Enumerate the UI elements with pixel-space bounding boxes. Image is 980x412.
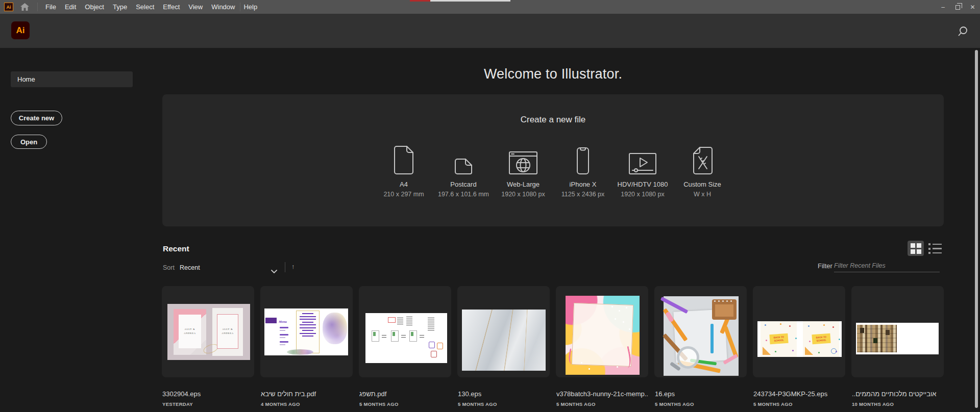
file-age: 5 MONTHS AGO bbox=[753, 401, 793, 407]
menu-bar: File Edit Object Type Select Effect View… bbox=[45, 0, 257, 14]
menu-item-view[interactable]: View bbox=[188, 3, 203, 11]
vertical-scrollbar[interactable] bbox=[975, 50, 978, 408]
preset-dimensions: 210 x 297 mm bbox=[383, 191, 424, 198]
preset-hdv-hdtv-1080[interactable]: HDV/HDTV 1080 1920 x 1080 px bbox=[613, 143, 673, 198]
restore-icon bbox=[955, 5, 960, 10]
preset-row: A4 210 x 297 mm Postcard 197.6 x 101.6 m… bbox=[374, 143, 732, 198]
file-name: 3302904.eps bbox=[162, 390, 254, 398]
file-thumbnail: Menu bbox=[260, 286, 353, 377]
file-age: 10 MONTHS AGO bbox=[852, 401, 894, 407]
restore-button[interactable] bbox=[950, 0, 965, 14]
recent-file-card[interactable]: v378batch3-nunny-21c-memp... 5 MONTHS AG… bbox=[556, 286, 648, 377]
menu-item-edit[interactable]: Edit bbox=[65, 3, 76, 11]
file-name: 16.eps bbox=[655, 390, 747, 398]
sidebar-item-home[interactable]: Home bbox=[11, 71, 133, 87]
create-new-button[interactable]: Create new bbox=[11, 111, 62, 125]
thumbnail-text: ALLY & ANDREA bbox=[217, 314, 238, 349]
create-panel-title: Create a new file bbox=[162, 115, 944, 125]
file-name: 130.eps bbox=[458, 390, 550, 398]
app-ai-badge-icon[interactable]: Ai bbox=[4, 3, 13, 11]
recent-file-card[interactable]: תשפג.pdf 5 MONTHS AGO bbox=[359, 286, 451, 377]
menu-item-help[interactable]: Help bbox=[243, 3, 257, 11]
preset-dimensions: 1125 x 2436 px bbox=[561, 191, 605, 198]
file-name: 243734-P3GMKP-25.eps bbox=[753, 390, 845, 398]
menu-item-select[interactable]: Select bbox=[136, 3, 154, 11]
recent-file-card[interactable]: Menu בית חולים שיבא.pdf 4 MONTHS AGO bbox=[260, 286, 353, 377]
home-icon[interactable] bbox=[19, 3, 30, 11]
list-view-toggle[interactable] bbox=[928, 243, 942, 254]
file-thumbnail bbox=[359, 286, 451, 377]
sort-ascending-icon[interactable]: ↑ bbox=[291, 263, 295, 270]
file-thumbnail bbox=[556, 286, 648, 377]
preset-name: Postcard bbox=[450, 181, 476, 188]
filter-recent-files-input[interactable] bbox=[834, 259, 940, 272]
menu-item-window[interactable]: Window bbox=[211, 3, 235, 11]
welcome-heading: Welcome to Illustrator. bbox=[162, 66, 944, 82]
menu-divider bbox=[37, 3, 38, 11]
close-button[interactable]: ✕ bbox=[965, 0, 980, 14]
menu-item-effect[interactable]: Effect bbox=[163, 3, 180, 11]
preset-name: A4 bbox=[400, 181, 408, 188]
sort-dropdown[interactable]: Recent bbox=[180, 264, 200, 271]
create-new-file-panel: Create a new file A4 210 x 297 mm Postca… bbox=[162, 94, 944, 226]
grid-view-toggle[interactable] bbox=[908, 241, 924, 256]
file-age: 4 MONTHS AGO bbox=[261, 401, 300, 407]
file-name: בית חולים שיבא.pdf bbox=[261, 390, 353, 398]
thumbnail-text: BACK TO SCHOOL bbox=[812, 333, 830, 344]
file-age: 5 MONTHS AGO bbox=[359, 401, 399, 407]
menu-item-file[interactable]: File bbox=[45, 3, 56, 11]
illustrator-logo: Ai bbox=[11, 21, 30, 39]
minimize-button[interactable]: – bbox=[936, 0, 950, 14]
web-browser-globe-icon bbox=[508, 143, 538, 175]
recent-file-card[interactable]: 130.eps 5 MONTHS AGO bbox=[457, 286, 550, 377]
open-button[interactable]: Open bbox=[11, 135, 47, 149]
progress-bar-track bbox=[430, 0, 510, 2]
menu-item-object[interactable]: Object bbox=[85, 3, 104, 11]
progress-bar-red bbox=[410, 0, 430, 2]
recent-section-title: Recent bbox=[163, 244, 189, 253]
file-name: אובייקטים מלכותיים מהממים..‏ bbox=[852, 390, 944, 398]
preset-dimensions: 1920 x 1080 px bbox=[501, 191, 545, 198]
app-toolbar: Ai bbox=[0, 14, 980, 48]
file-age: 5 MONTHS AGO bbox=[458, 401, 497, 407]
thumbnail-text: ALLY & ANDREA bbox=[179, 315, 201, 348]
preset-dimensions: W x H bbox=[694, 191, 711, 198]
titlebar: Ai File Edit Object Type Select Effect V… bbox=[0, 0, 980, 14]
preset-a4[interactable]: A4 210 x 297 mm bbox=[374, 143, 434, 198]
preset-name: iPhone X bbox=[570, 181, 597, 188]
recent-file-card[interactable]: ALLY & ANDREA ALLY & ANDREA 3302904.eps … bbox=[162, 286, 254, 377]
window-controls: – ✕ bbox=[936, 0, 980, 14]
sort-divider bbox=[285, 262, 285, 272]
sort-label: Sort bbox=[163, 264, 175, 271]
file-age: 5 MONTHS AGO bbox=[655, 401, 694, 407]
preset-name: Custom Size bbox=[683, 181, 721, 188]
preset-iphone-x[interactable]: iPhone X 1125 x 2436 px bbox=[553, 143, 613, 198]
a4-portrait-page-icon bbox=[394, 143, 414, 175]
preset-name: HDV/HDTV 1080 bbox=[618, 181, 668, 188]
preset-postcard[interactable]: Postcard 197.6 x 101.6 mm bbox=[434, 143, 494, 198]
file-thumbnail bbox=[654, 286, 747, 377]
filter-label: Filter bbox=[818, 262, 832, 270]
preset-web-large[interactable]: Web-Large 1920 x 1080 px bbox=[494, 143, 553, 198]
menu-item-type[interactable]: Type bbox=[113, 3, 127, 11]
grid-view-icon bbox=[911, 243, 921, 254]
postcard-icon bbox=[454, 143, 473, 175]
phone-icon bbox=[576, 143, 590, 175]
recent-file-card[interactable]: BACK TO SCHOOL BACK TO SCHOOL 243734-P3G… bbox=[753, 286, 845, 377]
file-thumbnail: BACK TO SCHOOL BACK TO SCHOOL bbox=[753, 286, 845, 377]
file-thumbnail: ALLY & ANDREA ALLY & ANDREA bbox=[162, 286, 254, 377]
search-icon[interactable] bbox=[954, 23, 971, 40]
file-age: 5 MONTHS AGO bbox=[556, 401, 596, 407]
preset-dimensions: 197.6 x 101.6 mm bbox=[438, 191, 489, 198]
preset-custom-size[interactable]: Custom Size W x H bbox=[673, 143, 732, 198]
file-thumbnail bbox=[457, 286, 550, 377]
ruler-pencil-page-icon bbox=[692, 143, 713, 175]
file-age: YESTERDAY bbox=[162, 401, 193, 407]
thumbnail-text: BACK TO SCHOOL bbox=[769, 333, 788, 344]
preset-name: Web-Large bbox=[507, 181, 540, 188]
recent-file-card[interactable]: אובייקטים מלכותיים מהממים..‏ 10 MONTHS A… bbox=[851, 286, 944, 377]
preset-dimensions: 1920 x 1080 px bbox=[621, 191, 665, 198]
recent-file-card[interactable]: 16.eps 5 MONTHS AGO bbox=[654, 286, 747, 377]
menu-divider bbox=[240, 3, 240, 11]
chevron-down-icon[interactable] bbox=[271, 266, 277, 275]
